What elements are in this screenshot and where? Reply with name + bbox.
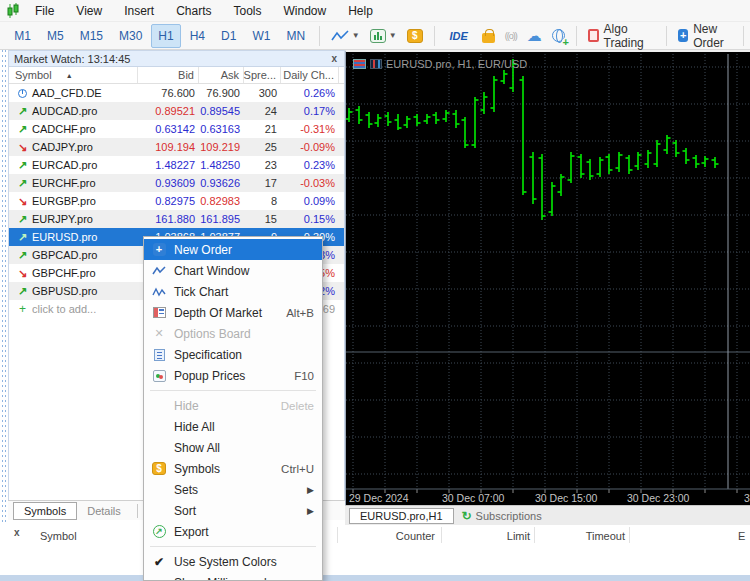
specification-icon [150, 349, 168, 361]
trend-up-icon: ↗ [15, 249, 30, 262]
shortcut-label: Ctrl+U [281, 463, 314, 475]
chart-window-icon [150, 266, 168, 276]
market-watch-row[interactable]: ↗EURJPY.pro161.880161.895150.15% [9, 210, 344, 228]
market-watch-row[interactable]: ↗AUDCAD.pro0.895210.89545240.17% [9, 102, 344, 120]
menu-item-file[interactable]: File [24, 1, 65, 21]
menu-item-label: Chart Window [174, 264, 249, 278]
context-item-symbols[interactable]: $SymbolsCtrl+U [144, 458, 322, 479]
ide-button[interactable]: IDE [441, 27, 477, 45]
timeframe-m30[interactable]: M30 [112, 24, 149, 48]
menu-item-tools[interactable]: Tools [223, 1, 273, 21]
timeframe-m1[interactable]: M1 [7, 24, 38, 48]
context-item-use-system-colors[interactable]: ✔Use System Colors [144, 551, 322, 572]
shortcut-label: Alt+B [286, 307, 314, 319]
time-axis-label: 30 Dec 23:00 [627, 492, 689, 504]
submenu-arrow-icon: ▶ [307, 506, 314, 516]
market-watch-row[interactable]: ↗EURCAD.pro1.482271.48250230.23% [9, 156, 344, 174]
context-item-sort[interactable]: Sort▶ [144, 500, 322, 521]
menu-item-label: Popup Prices [174, 369, 245, 383]
context-item-export[interactable]: ↗Export [144, 521, 322, 542]
depth-of-market-icon [150, 307, 168, 318]
toolbox-column-timeout[interactable]: Timeout [535, 530, 625, 542]
menu-item-window[interactable]: Window [273, 1, 338, 21]
daily-value: -0.31% [281, 120, 339, 138]
chart-canvas[interactable] [346, 52, 750, 505]
signal-icon: ((o)) [505, 31, 517, 41]
tab-symbols[interactable]: Symbols [13, 502, 77, 520]
symbol-label: EURUSD.pro [32, 231, 97, 243]
timeframe-d1[interactable]: D1 [214, 24, 243, 48]
toolbar-separator [576, 26, 577, 46]
menu-item-label: Depth Of Market [174, 306, 262, 320]
context-item-tick-chart[interactable]: Tick Chart [144, 281, 322, 302]
context-item-sets[interactable]: Sets▶ [144, 479, 322, 500]
close-icon[interactable]: x [14, 527, 20, 538]
symbol-label: CADJPY.pro [32, 141, 93, 153]
timeframe-h4[interactable]: H4 [183, 24, 212, 48]
web-services-button[interactable] [547, 26, 570, 45]
daily-value: -0.09% [281, 138, 339, 156]
menu-item-label: Show Milliseconds [174, 576, 273, 581]
column-divider [441, 527, 442, 543]
timeframe-w1[interactable]: W1 [245, 24, 277, 48]
ask-value: 76.900 [199, 84, 244, 102]
market-watch-row[interactable]: AAD_CFD.DE76.60076.9003000.26% [9, 84, 344, 102]
ask-value: 0.82983 [199, 192, 244, 210]
timeframe-h1[interactable]: H1 [151, 24, 180, 48]
close-icon[interactable]: x [329, 53, 339, 64]
tab-eurusd-h1[interactable]: EURUSD.pro,H1 [349, 508, 454, 524]
context-item-show-all[interactable]: Show All [144, 437, 322, 458]
trend-up-icon: ↗ [15, 285, 30, 298]
ask-value: 109.219 [199, 138, 244, 156]
symbol-label: AUDCAD.pro [32, 105, 97, 117]
context-item-show-milliseconds[interactable]: Show Milliseconds [144, 572, 322, 581]
context-item-chart-window[interactable]: Chart Window [144, 260, 322, 281]
market-button[interactable] [477, 26, 500, 46]
menu-item-charts[interactable]: Charts [165, 1, 222, 21]
market-watch-row[interactable]: ↗CADCHF.pro0.631420.6316321-0.31% [9, 120, 344, 138]
column-header-spread[interactable]: Spre... [244, 67, 281, 83]
trend-up-icon: ↗ [15, 213, 30, 226]
toolbox-column-expiration[interactable]: E [738, 530, 750, 542]
tab-details[interactable]: Details [77, 503, 131, 519]
signals-button[interactable]: ((o)) [500, 28, 522, 44]
context-item-popup-prices[interactable]: Popup PricesF10 [144, 365, 322, 386]
symbols-dialog-button[interactable]: $ [402, 26, 428, 46]
market-watch-row[interactable]: ↘CADJPY.pro109.194109.21925-0.09% [9, 138, 344, 156]
bid-value: 0.89521 [138, 102, 199, 120]
timeframe-mn[interactable]: MN [279, 24, 312, 48]
menu-item-insert[interactable]: Insert [113, 1, 165, 21]
context-item-depth-of-market[interactable]: Depth Of MarketAlt+B [144, 302, 322, 323]
context-item-specification[interactable]: Specification [144, 344, 322, 365]
column-header-bid[interactable]: Bid [138, 67, 199, 83]
algo-trading-button[interactable]: Algo Trading [583, 19, 661, 53]
chart-window-button[interactable]: ▼ [365, 26, 402, 46]
tab-subscriptions[interactable]: ↻ Subscriptions [454, 508, 550, 524]
toolbox-column-limit[interactable]: Limit [445, 530, 530, 542]
column-header-symbol[interactable]: Symbol ▲ [9, 67, 138, 83]
trend-up-icon: ↗ [15, 177, 30, 190]
export-icon: ↗ [150, 525, 168, 538]
popup-prices-icon [150, 370, 168, 382]
context-item-new-order[interactable]: +New Order [144, 239, 322, 260]
market-watch-row[interactable]: ↘EURGBP.pro0.829750.8298380.09% [9, 192, 344, 210]
new-order-button[interactable]: + New Order [673, 19, 743, 53]
cloud-button[interactable]: ☁ [522, 26, 547, 46]
column-header-daily-change[interactable]: Daily Ch... [281, 67, 339, 83]
timeframe-m5[interactable]: M5 [40, 24, 71, 48]
toolbox-column-counter[interactable]: Counter [350, 530, 435, 542]
chevron-down-icon: ▼ [389, 31, 397, 40]
daily-value: 0.15% [281, 210, 339, 228]
trend-up-icon: ↗ [15, 159, 30, 172]
menu-item-help[interactable]: Help [337, 1, 384, 21]
market-watch-row[interactable]: ↗EURCHF.pro0.936090.9362617-0.03% [9, 174, 344, 192]
timeframe-m15[interactable]: M15 [73, 24, 110, 48]
ask-value: 1.48250 [199, 156, 244, 174]
column-header-ask[interactable]: Ask [199, 67, 244, 83]
menu-item-view[interactable]: View [65, 1, 113, 21]
context-item-hide-all[interactable]: Hide All [144, 416, 322, 437]
bid-value: 76.600 [138, 84, 199, 102]
chart-type-button[interactable]: ▼ [326, 27, 365, 45]
toolbox-column-symbol[interactable]: Symbol [40, 530, 77, 542]
menu-item-label: Hide All [174, 420, 215, 434]
